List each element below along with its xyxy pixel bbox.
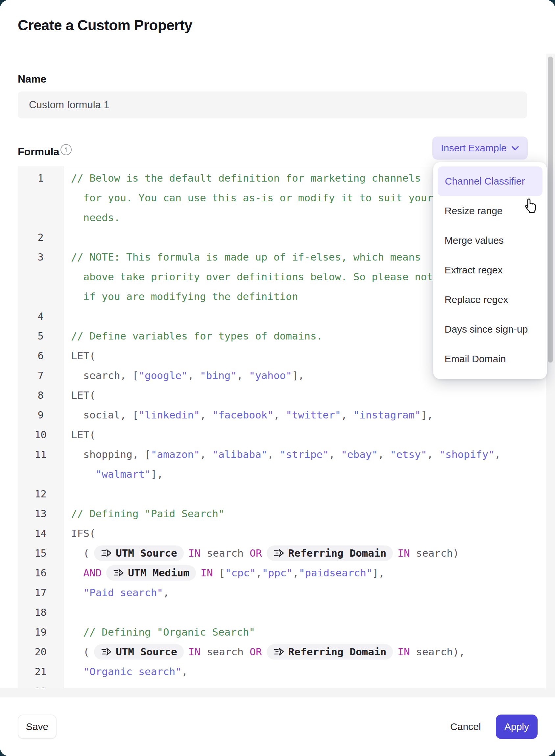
property-chip-label: UTM Source: [116, 646, 177, 658]
code-content: social, ["linkedin", "facebook", "twitte…: [63, 409, 433, 421]
code-content: // Defining "Organic Search": [63, 626, 255, 638]
code-line: 21 "Organic search",: [18, 662, 527, 681]
code-text: social, [: [71, 409, 138, 421]
line-number: 8: [18, 390, 63, 401]
code-string: "walmart": [96, 468, 151, 480]
line-number: 7: [18, 370, 63, 381]
code-content: // Below is the default definition for m…: [63, 172, 421, 184]
code-comment: for you. You can use this as-is or modif…: [71, 192, 433, 204]
code-line: 10LET(: [18, 425, 527, 444]
save-button[interactable]: Save: [18, 715, 56, 739]
property-chip[interactable]: UTM Source: [94, 546, 184, 561]
property-chip[interactable]: Referring Domain: [267, 644, 393, 660]
line-number: 13: [18, 508, 63, 519]
code-line: 19 // Defining "Organic Search": [18, 622, 527, 642]
code-text: (: [71, 646, 89, 658]
code-comment: if you are modifying the definition: [71, 290, 298, 302]
insert-example-button[interactable]: Insert Example: [432, 136, 528, 160]
name-label: Name: [18, 73, 46, 85]
code-content: // Defining "Paid Search": [63, 508, 224, 519]
menu-item-resize-range[interactable]: Resize range: [433, 196, 547, 226]
code-string: "bing": [200, 369, 237, 381]
code-content: // Define variables for types of domains…: [63, 330, 323, 342]
line-number: 11: [18, 449, 63, 460]
code-content: shopping, ["amazon", "alibaba", "stripe"…: [63, 448, 501, 460]
screen-background: Create a Custom Property Name Custom for…: [0, 0, 555, 756]
menu-item-extract-regex[interactable]: Extract regex: [433, 255, 547, 285]
line-number: 17: [18, 587, 63, 598]
code-text: shopping, [: [71, 448, 151, 460]
code-text: ],: [421, 409, 433, 421]
line-number: 18: [18, 607, 63, 618]
code-string: "linkedin": [138, 409, 200, 421]
modal-title: Create a Custom Property: [18, 17, 193, 34]
property-token-icon: [100, 647, 112, 656]
code-string: "facebook": [212, 409, 273, 421]
property-token-icon: [113, 568, 124, 578]
code-string: "etsy": [390, 448, 427, 460]
property-token-icon: [100, 548, 112, 558]
apply-button[interactable]: Apply: [496, 715, 538, 739]
code-text: ,: [273, 409, 286, 421]
code-line: 17 "Paid search",: [18, 583, 527, 602]
menu-item-merge-values[interactable]: Merge values: [433, 226, 547, 255]
insert-example-menu: Channel ClassifierResize rangeMerge valu…: [433, 162, 547, 379]
code-keyword: AND: [71, 567, 101, 579]
scrollbar-thumb[interactable]: [548, 56, 553, 363]
cancel-button[interactable]: Cancel: [442, 715, 488, 739]
property-token-icon: [273, 548, 285, 558]
code-content: (UTM SourceIN search ORReferring DomainI…: [63, 644, 465, 660]
line-number: 6: [18, 350, 63, 362]
code-text: LET(: [71, 350, 96, 362]
code-comment: // Defining "Paid Search": [71, 508, 224, 519]
code-keyword: IN: [201, 567, 213, 579]
code-text: ,: [267, 448, 280, 460]
property-chip[interactable]: UTM Source: [94, 644, 184, 660]
menu-item-email-domain[interactable]: Email Domain: [433, 344, 547, 374]
modal-scrollbar[interactable]: [546, 54, 555, 688]
line-number: 12: [18, 488, 63, 500]
code-text: ,: [237, 369, 249, 381]
code-string: "cpc": [225, 567, 256, 579]
menu-item-channel-classifier[interactable]: Channel Classifier: [438, 166, 543, 196]
code-keyword: OR: [250, 646, 262, 658]
create-custom-property-modal: Create a Custom Property Name Custom for…: [0, 0, 555, 756]
code-line: 11 shopping, ["amazon", "alibaba", "stri…: [18, 444, 527, 464]
code-text: LET(: [71, 389, 96, 401]
code-string: "ppc": [262, 567, 293, 579]
code-text: ],: [292, 369, 304, 381]
code-line: 12: [18, 484, 527, 504]
code-line: 14IFS(: [18, 523, 527, 543]
code-content: "Paid search",: [63, 587, 169, 598]
code-text: ,: [495, 448, 501, 460]
code-text: ,: [200, 409, 212, 421]
code-keyword: OR: [250, 547, 262, 559]
code-content: (UTM SourceIN search ORReferring DomainI…: [63, 546, 459, 561]
code-text: ,: [163, 587, 169, 598]
code-text: ,: [200, 448, 212, 460]
property-chip[interactable]: Referring Domain: [267, 546, 393, 561]
formula-label: Formula: [18, 146, 59, 158]
code-string: "amazon": [151, 448, 200, 460]
code-string: "shopify": [439, 448, 495, 460]
name-input[interactable]: Custom formula 1: [18, 91, 527, 118]
code-content: if you are modifying the definition: [63, 290, 298, 302]
code-comment: above take priority over definitions bel…: [71, 271, 439, 283]
info-icon[interactable]: i: [60, 144, 72, 155]
property-chip[interactable]: UTM Medium: [106, 565, 196, 581]
menu-item-days-since-sign-up[interactable]: Days since sign-up: [433, 315, 547, 344]
line-number: 9: [18, 409, 63, 421]
code-keyword: IN: [188, 646, 201, 658]
code-text: IFS(: [71, 527, 96, 539]
code-content: "Organic search",: [63, 666, 188, 677]
code-content: ANDUTM MediumIN ["cpc","ppc","paidsearch…: [63, 565, 385, 581]
property-chip-label: Referring Domain: [288, 547, 387, 559]
line-number: 4: [18, 311, 63, 322]
code-text: ,: [341, 409, 353, 421]
line-number: 10: [18, 429, 63, 440]
property-token-icon: [273, 647, 285, 656]
code-text: search: [201, 547, 250, 559]
code-string: "ebay": [341, 448, 378, 460]
line-number: 19: [18, 626, 63, 638]
menu-item-replace-regex[interactable]: Replace regex: [433, 285, 547, 315]
